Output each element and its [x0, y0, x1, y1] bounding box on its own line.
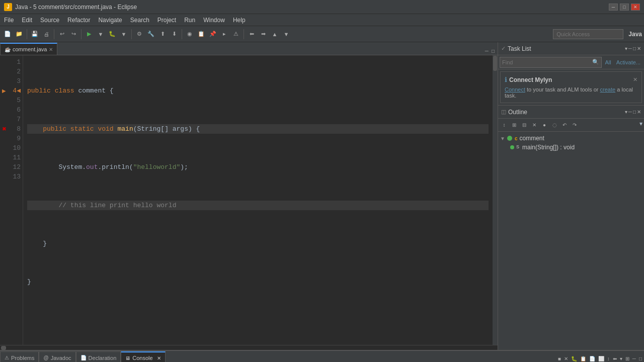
console-paste-btn[interactable]: 📄: [588, 355, 596, 362]
run-dropdown[interactable]: ▼: [95, 29, 106, 40]
task-activate-btn[interactable]: Activate...: [614, 58, 642, 67]
window-title: Java - 5 comment/src/comment.java - Ecli…: [15, 4, 609, 11]
menu-navigate[interactable]: Navigate: [94, 14, 126, 26]
tasklist-close-btn[interactable]: ✕: [637, 46, 641, 51]
outline-dropdown-btn[interactable]: ▾: [639, 120, 642, 130]
outline-btn-2[interactable]: ⊞: [510, 120, 519, 129]
tab-problems[interactable]: ⚠ Problems: [0, 351, 39, 362]
toolbar-btn-8[interactable]: ⬇: [169, 29, 180, 40]
print-button[interactable]: 🖨: [41, 29, 52, 40]
bottom-tabs: ⚠ Problems @ Javadoc 📄 Declaration 🖥 Con…: [0, 351, 644, 362]
menu-project[interactable]: Project: [153, 14, 180, 26]
toolbar-btn-12[interactable]: ▸: [219, 29, 230, 40]
tab-declaration[interactable]: 📄 Declaration: [76, 351, 121, 362]
new-button[interactable]: 📄: [2, 29, 13, 40]
menu-window[interactable]: Window: [199, 14, 229, 26]
menu-help[interactable]: Help: [229, 14, 250, 26]
toolbar-btn-13[interactable]: ⚠: [230, 29, 242, 40]
editor-tab-comment-java[interactable]: ☕ comment.java ✕: [0, 43, 57, 55]
menu-run[interactable]: Run: [180, 14, 199, 26]
toolbar-btn-10[interactable]: 📋: [196, 29, 207, 40]
task-all-btn[interactable]: All: [603, 58, 613, 67]
method-static-icon: S: [516, 144, 519, 149]
editor-max-btn[interactable]: □: [491, 47, 496, 55]
editor-scrollbar[interactable]: [493, 55, 498, 345]
expand-icon[interactable]: ▼: [500, 136, 505, 141]
console-btn-9[interactable]: ⊞: [624, 355, 630, 362]
gutter-1: [0, 57, 8, 67]
redo-button[interactable]: ↪: [68, 29, 79, 40]
toolbar-btn-6[interactable]: 🔧: [145, 29, 156, 40]
tasklist-minimize-btn[interactable]: ─: [628, 46, 632, 51]
outline-btn-4[interactable]: ✕: [530, 120, 539, 129]
console-close-btn[interactable]: ✕: [157, 355, 161, 361]
close-button[interactable]: ✕: [631, 4, 640, 11]
class-public-icon: [507, 136, 512, 141]
console-maximize-btn[interactable]: □: [638, 355, 643, 362]
outline-menu-btn[interactable]: ▾: [625, 109, 627, 115]
toolbar-btn-14[interactable]: ⬅: [246, 29, 257, 40]
console-terminate-btn[interactable]: ✕: [563, 355, 569, 362]
toolbar-btn-16[interactable]: ▲: [269, 29, 280, 40]
console-clear-btn[interactable]: ⬜: [597, 355, 605, 362]
outline-btn-3[interactable]: ⊟: [520, 120, 529, 129]
tasklist-menu-btn[interactable]: ▾: [625, 46, 627, 51]
run-button[interactable]: ▶: [84, 29, 95, 40]
console-stop-btn[interactable]: ■: [557, 355, 562, 362]
undo-button[interactable]: ↩: [56, 29, 67, 40]
menu-file[interactable]: File: [0, 14, 18, 26]
console-btn-7[interactable]: ⬅: [612, 355, 618, 362]
open-button[interactable]: 📁: [14, 29, 25, 40]
outline-btn-6[interactable]: ◌: [550, 120, 559, 129]
outline-icon: ◫: [501, 109, 506, 115]
tasklist-icon: ✓: [501, 45, 506, 52]
save-button[interactable]: 💾: [29, 29, 40, 40]
outline-btn-1[interactable]: ↕: [500, 120, 509, 129]
outline-btn-5[interactable]: ●: [540, 120, 549, 129]
maximize-button[interactable]: □: [620, 4, 629, 11]
connect-link[interactable]: Connect: [505, 86, 525, 93]
menu-search[interactable]: Search: [126, 14, 153, 26]
quick-access-input[interactable]: [553, 29, 623, 39]
console-copy-btn[interactable]: 📋: [579, 355, 587, 362]
debug-button[interactable]: 🐛: [107, 29, 118, 40]
outline-minimize-btn[interactable]: ─: [628, 109, 632, 115]
tab-javadoc[interactable]: @ Javadoc: [39, 351, 75, 362]
scrollbar-thumb[interactable]: [493, 56, 497, 71]
editor-tab-close[interactable]: ✕: [49, 47, 53, 52]
create-link[interactable]: create: [600, 86, 616, 93]
console-btn-8[interactable]: ▾: [619, 355, 623, 362]
menu-source[interactable]: Source: [36, 14, 63, 26]
console-debug-btn[interactable]: 🐛: [570, 355, 578, 362]
toolbar-btn-11[interactable]: 📌: [207, 29, 218, 40]
connect-mylyn-close[interactable]: ✕: [633, 76, 637, 83]
outline-class-item[interactable]: ▼ c comment: [500, 134, 642, 143]
outline-btn-7[interactable]: ↶: [560, 120, 569, 129]
debug-dropdown[interactable]: ▼: [118, 29, 129, 40]
editor-hscroll[interactable]: [0, 345, 498, 350]
code-content[interactable]: public class comment { public static voi…: [23, 55, 493, 345]
outline-btn-8[interactable]: ↷: [570, 120, 579, 129]
toolbar-btn-7[interactable]: ⬆: [157, 29, 168, 40]
console-btn-6[interactable]: ↕: [606, 355, 611, 362]
toolbar-btn-9[interactable]: ◉: [184, 29, 195, 40]
console-minimize-btn[interactable]: ─: [631, 355, 637, 362]
outline-method-item[interactable]: S main(String[]) : void: [510, 143, 642, 152]
menu-edit[interactable]: Edit: [18, 14, 36, 26]
toolbar-btn-17[interactable]: ▼: [281, 29, 292, 40]
outline-close-btn[interactable]: ✕: [637, 109, 641, 115]
gutter-3: [0, 76, 8, 86]
minimize-button[interactable]: ─: [609, 4, 618, 11]
task-find-input[interactable]: [502, 59, 592, 65]
editor-maximize-controls: ─ □: [484, 47, 498, 55]
outline-maximize-btn[interactable]: □: [633, 109, 636, 115]
menu-refactor[interactable]: Refactor: [63, 14, 94, 26]
toolbar-btn-5[interactable]: ⚙: [134, 29, 145, 40]
toolbar-sep-6: [244, 29, 244, 39]
hscroll-thumb[interactable]: [1, 346, 6, 350]
tab-console[interactable]: 🖥 Console ✕: [121, 351, 165, 362]
line-num-8: 8: [11, 124, 21, 134]
tasklist-maximize-btn[interactable]: □: [633, 46, 636, 51]
toolbar-btn-15[interactable]: ➡: [258, 29, 269, 40]
editor-minimize-btn[interactable]: ─: [484, 47, 490, 55]
